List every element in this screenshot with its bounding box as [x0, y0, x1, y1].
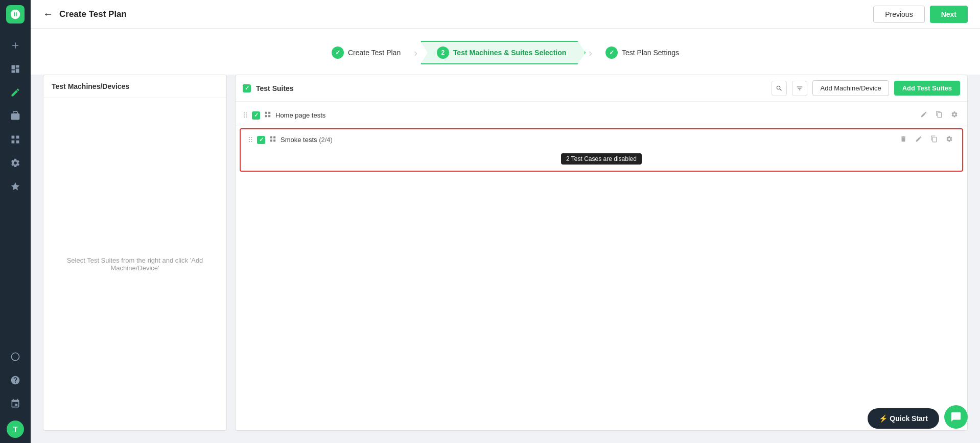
drag-handle-home[interactable]: ⠿	[243, 111, 248, 120]
home-suite-checkbox[interactable]	[252, 111, 260, 120]
main-content: ← Create Test Plan Previous Next ✓ Creat…	[31, 0, 980, 443]
smoke-suite-settings-icon[interactable]	[944, 134, 955, 145]
svg-rect-5	[273, 136, 275, 138]
svg-rect-1	[268, 112, 270, 114]
home-suite-copy-icon[interactable]	[934, 110, 945, 121]
page-title: Create Test Plan	[59, 9, 873, 19]
svg-rect-0	[265, 112, 267, 114]
filter-button[interactable]	[792, 81, 807, 96]
add-machine-button[interactable]: Add Machine/Device	[812, 80, 889, 96]
smoke-suite-checkbox[interactable]	[257, 136, 265, 144]
right-panel-header: Test Suites Add Machine/Device Add Test …	[236, 75, 967, 102]
suite-row-home: ⠿ Home page tests	[236, 105, 967, 126]
sidebar-grid-icon[interactable]	[5, 129, 26, 150]
back-button[interactable]: ←	[43, 8, 53, 20]
step-settings: ✓ Test Plan Settings	[595, 42, 689, 63]
step-settings-label: Test Plan Settings	[622, 49, 679, 57]
smoke-suite-name: Smoke tests (2/4)	[281, 136, 894, 144]
step-machines-num: 2	[437, 46, 449, 59]
sidebar-help-icon[interactable]	[5, 370, 26, 390]
home-suite-edit-icon[interactable]	[918, 110, 929, 121]
svg-rect-6	[270, 139, 272, 142]
left-panel-header: Test Machines/Devices	[43, 75, 226, 98]
step-machines-label: Test Machines & Suites Selection	[453, 49, 566, 57]
step-create-num: ✓	[332, 46, 344, 59]
page-body: Test Machines/Devices Select Test Suites…	[31, 75, 980, 443]
step-sep-2: ›	[589, 47, 592, 59]
left-panel-title: Test Machines/Devices	[52, 82, 129, 90]
sidebar-add-icon[interactable]	[5, 35, 26, 56]
smoke-suite-copy-icon[interactable]	[928, 134, 940, 145]
sidebar-circle-icon[interactable]	[5, 346, 26, 367]
smoke-suite-edit-icon[interactable]	[913, 134, 924, 145]
chat-button[interactable]	[944, 405, 968, 429]
step-machines: 2 Test Machines & Suites Selection	[421, 41, 586, 64]
step-create-label: Create Test Plan	[348, 49, 401, 57]
sidebar: t	[0, 0, 31, 443]
search-button[interactable]	[772, 81, 787, 96]
smoke-suite-type-icon	[269, 135, 276, 144]
top-bar-actions: Previous Next	[873, 6, 968, 23]
smoke-suite-delete-icon[interactable]	[898, 134, 909, 145]
svg-rect-7	[273, 139, 275, 142]
step-settings-num: ✓	[605, 46, 618, 59]
left-panel-empty: Select Test Suites from the right and cl…	[43, 98, 226, 430]
home-suite-name: Home page tests	[275, 111, 914, 119]
disabled-tooltip: 2 Test Cases are disabled	[561, 153, 642, 165]
sidebar-calendar-icon[interactable]	[5, 393, 26, 414]
suite-row-smoke-container: ⠿ Smoke tests (2/4)	[240, 128, 963, 172]
right-panel: Test Suites Add Machine/Device Add Test …	[235, 75, 968, 431]
sidebar-dashboard-icon[interactable]	[5, 59, 26, 79]
sidebar-star-icon[interactable]	[5, 176, 26, 197]
quick-start-button[interactable]: ⚡ Quick Start	[868, 408, 939, 429]
home-suite-settings-icon[interactable]	[949, 110, 960, 121]
step-sep-1: ›	[414, 47, 417, 59]
svg-rect-3	[268, 115, 270, 117]
add-test-suites-button[interactable]: Add Test Suites	[894, 81, 960, 96]
sidebar-briefcase-icon[interactable]	[5, 106, 26, 126]
disabled-tooltip-container: 2 Test Cases are disabled	[241, 150, 962, 171]
sidebar-edit-icon[interactable]	[5, 82, 26, 103]
suite-row-smoke: ⠿ Smoke tests (2/4)	[241, 129, 962, 150]
home-suite-type-icon	[264, 111, 271, 120]
next-button[interactable]: Next	[930, 6, 968, 23]
svg-rect-2	[265, 115, 267, 117]
right-panel-title: Test Suites	[256, 84, 766, 92]
step-create: ✓ Create Test Plan	[321, 42, 411, 63]
user-avatar[interactable]: t	[7, 421, 24, 438]
drag-handle-smoke[interactable]: ⠿	[248, 136, 253, 144]
all-suites-checkbox[interactable]	[243, 84, 251, 92]
svg-rect-4	[270, 136, 272, 138]
previous-button[interactable]: Previous	[873, 6, 924, 23]
left-panel: Test Machines/Devices Select Test Suites…	[43, 75, 227, 431]
top-bar: ← Create Test Plan Previous Next	[31, 0, 980, 29]
sidebar-settings-icon[interactable]	[5, 153, 26, 173]
app-logo[interactable]	[6, 5, 25, 24]
suite-list: ⠿ Home page tests	[236, 102, 967, 430]
steps-container: ✓ Create Test Plan › 2 Test Machines & S…	[31, 29, 980, 75]
